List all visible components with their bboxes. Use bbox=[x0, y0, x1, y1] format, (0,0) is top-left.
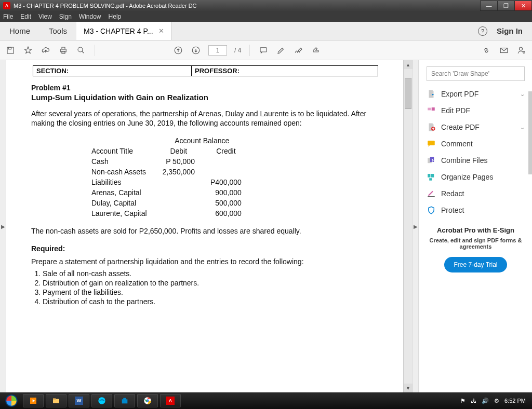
svg-rect-22 bbox=[428, 196, 435, 197]
paragraph-2: The non-cash assets are sold for P2,650,… bbox=[31, 226, 378, 236]
page-number-input[interactable]: 1 bbox=[208, 45, 227, 56]
cloud-icon[interactable] bbox=[41, 45, 51, 56]
tool-label: Create PDF bbox=[441, 123, 480, 131]
taskbar-explorer-icon[interactable] bbox=[46, 394, 66, 407]
vertical-scrollbar[interactable]: ▲ ▼ bbox=[403, 60, 413, 392]
page-down-icon[interactable] bbox=[191, 45, 201, 56]
tray-volume-icon[interactable]: 🔊 bbox=[482, 398, 489, 404]
menu-edit[interactable]: Edit bbox=[20, 13, 31, 20]
close-button[interactable]: ✕ bbox=[514, 1, 532, 11]
tab-tools[interactable]: Tools bbox=[39, 22, 76, 40]
pdf-page: SECTION: PROFESSOR: Problem #1 Lump-Sum … bbox=[6, 60, 403, 392]
promo-box: Acrobat Pro with E-Sign Create, edit and… bbox=[427, 226, 525, 272]
th-balance: Account Balance bbox=[155, 136, 249, 145]
right-panel-toggle[interactable]: ▶ bbox=[413, 60, 419, 392]
tool-edit-pdf[interactable]: Edit PDF bbox=[427, 106, 525, 115]
taskbar-word-icon[interactable]: W bbox=[69, 394, 89, 407]
svg-rect-8 bbox=[260, 47, 267, 51]
taskbar-store-icon[interactable] bbox=[114, 394, 135, 407]
page-count: / 4 bbox=[234, 47, 241, 54]
table-row: Non-cash Assets2,350,000 bbox=[84, 167, 249, 176]
edit-icon bbox=[427, 106, 436, 115]
tool-label: Export PDF bbox=[441, 90, 478, 98]
taskbar-edge-icon[interactable] bbox=[91, 394, 112, 407]
window-titlebar: A M3 - CHAPTER 4 PROBLEM SOLVING.pdf - A… bbox=[0, 0, 532, 11]
menu-window[interactable]: Window bbox=[79, 13, 101, 20]
chevron-down-icon: ⌄ bbox=[520, 124, 525, 131]
stamp-icon[interactable] bbox=[311, 45, 322, 56]
star-icon[interactable] bbox=[23, 45, 33, 56]
tab-document[interactable]: M3 - CHAPTER 4 P... ✕ bbox=[76, 22, 172, 40]
svg-rect-20 bbox=[431, 174, 434, 178]
tray-network-icon[interactable]: 🖧 bbox=[471, 398, 476, 404]
scroll-thumb[interactable] bbox=[405, 78, 411, 109]
taskbar-chrome-icon[interactable] bbox=[137, 394, 158, 407]
tool-combine[interactable]: Combine Files bbox=[427, 156, 525, 165]
search-icon[interactable] bbox=[76, 45, 86, 56]
table-row: Dulay, Capital500,000 bbox=[84, 198, 249, 208]
svg-rect-14 bbox=[432, 107, 435, 111]
tab-close-icon[interactable]: ✕ bbox=[158, 27, 164, 35]
tray-power-icon[interactable]: ⚙ bbox=[494, 398, 499, 404]
highlight-icon[interactable] bbox=[276, 45, 286, 56]
comment-icon[interactable] bbox=[258, 45, 269, 56]
tool-create-pdf[interactable]: Create PDF ⌄ bbox=[427, 122, 525, 132]
svg-rect-30 bbox=[122, 399, 128, 403]
side-scroll-thumb[interactable] bbox=[528, 91, 532, 174]
required-header: Required: bbox=[31, 244, 378, 253]
maximize-button[interactable]: ❐ bbox=[497, 1, 515, 11]
list-item: Payment of the liabilities. bbox=[43, 288, 378, 296]
window-title: M3 - CHAPTER 4 PROBLEM SOLVING.pdf - Ado… bbox=[14, 3, 197, 9]
start-button[interactable] bbox=[2, 393, 21, 408]
tool-protect[interactable]: Protect bbox=[427, 206, 525, 215]
menu-file[interactable]: File bbox=[3, 13, 13, 20]
tool-organize[interactable]: Organize Pages bbox=[427, 172, 525, 182]
svg-rect-21 bbox=[429, 178, 432, 181]
print-icon[interactable] bbox=[58, 45, 69, 56]
tray-flag-icon[interactable]: ⚑ bbox=[460, 398, 466, 404]
menu-help[interactable]: Help bbox=[109, 13, 122, 20]
side-scrollbar[interactable] bbox=[528, 81, 532, 392]
left-panel-toggle[interactable]: ▶ bbox=[0, 60, 6, 392]
list-item: Distribution of gain on realization to t… bbox=[43, 279, 378, 287]
svg-rect-26 bbox=[53, 398, 56, 400]
taskbar: W A ⚑ 🖧 🔊 ⚙ 6:52 PM bbox=[0, 392, 532, 409]
save-icon[interactable] bbox=[5, 45, 16, 56]
svg-rect-19 bbox=[428, 174, 430, 178]
page-up-icon[interactable] bbox=[173, 45, 183, 56]
share-person-icon[interactable] bbox=[516, 45, 527, 56]
tool-redact[interactable]: Redact bbox=[427, 189, 525, 198]
mail-icon[interactable] bbox=[499, 45, 509, 56]
sign-icon[interactable] bbox=[294, 45, 304, 56]
tab-home[interactable]: Home bbox=[0, 22, 39, 40]
taskbar-acrobat-icon[interactable]: A bbox=[160, 394, 181, 407]
scroll-up-icon[interactable]: ▲ bbox=[404, 60, 413, 69]
table-row: Arenas, Capital900,000 bbox=[84, 188, 249, 197]
app-icon: A bbox=[3, 2, 10, 9]
problem-title: Lump-Sum Liquidation with Gain on Realiz… bbox=[31, 93, 378, 102]
taskbar-media-icon[interactable] bbox=[23, 394, 44, 407]
minimize-button[interactable]: — bbox=[480, 1, 498, 11]
comment-tool-icon bbox=[427, 139, 436, 148]
document-viewport[interactable]: SECTION: PROFESSOR: Problem #1 Lump-Sum … bbox=[6, 60, 413, 392]
scroll-down-icon[interactable]: ▼ bbox=[404, 384, 413, 392]
tool-label: Protect bbox=[441, 206, 464, 214]
list-item: Sale of all non-cash assets. bbox=[43, 269, 378, 278]
sign-in-link[interactable]: Sign In bbox=[497, 26, 523, 35]
svg-rect-3 bbox=[62, 47, 65, 49]
toolbar: 1 / 4 bbox=[0, 40, 532, 60]
menu-view[interactable]: View bbox=[38, 13, 52, 20]
tool-comment[interactable]: Comment bbox=[427, 139, 525, 148]
link-icon[interactable] bbox=[481, 45, 491, 56]
promo-title: Acrobat Pro with E-Sign bbox=[427, 226, 525, 234]
free-trial-button[interactable]: Free 7-day Trial bbox=[444, 257, 507, 272]
help-icon[interactable]: ? bbox=[478, 26, 487, 36]
tabbar: Home Tools M3 - CHAPTER 4 P... ✕ ? Sign … bbox=[0, 22, 532, 40]
tray-clock[interactable]: 6:52 PM bbox=[504, 398, 526, 404]
search-input[interactable] bbox=[427, 66, 525, 81]
tool-export-pdf[interactable]: Export PDF ⌄ bbox=[427, 89, 525, 99]
svg-rect-12 bbox=[428, 108, 431, 109]
svg-point-10 bbox=[520, 47, 523, 50]
problem-number: Problem #1 bbox=[31, 84, 378, 92]
menu-sign[interactable]: Sign bbox=[59, 13, 72, 20]
